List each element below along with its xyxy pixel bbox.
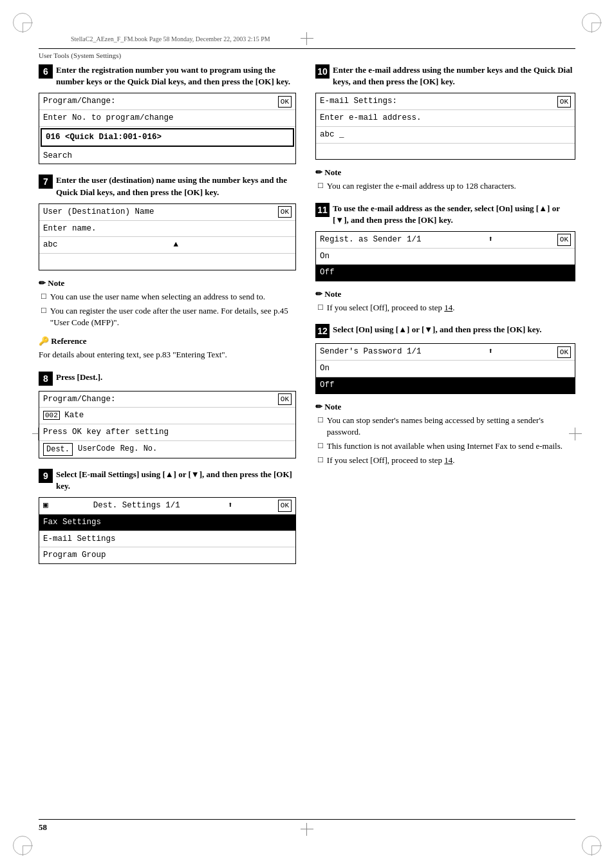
step8-lcd: Program/Change: OK 002 Kate Press OK key… xyxy=(39,391,296,458)
step11-note-title: ✏ Note xyxy=(315,289,575,299)
step11-lcd-row2: On xyxy=(316,249,575,265)
cross-top xyxy=(301,32,313,45)
step9-lcd-row4: Program Group xyxy=(39,547,295,563)
note-bullet: □ xyxy=(318,455,323,465)
header-title: User Tools (System Settings) xyxy=(39,52,121,59)
step8-text: Press [Dest.]. xyxy=(56,372,102,383)
step10-badge: 10 xyxy=(315,64,330,79)
pencil-icon: ✏ xyxy=(315,402,322,411)
step10-text: Enter the e-mail address using the numbe… xyxy=(333,64,575,88)
filename-text: StellaC2_AEzen_F_FM.book Page 58 Monday,… xyxy=(71,35,270,42)
step8-heading: 8 Press [Dest.]. xyxy=(39,372,296,386)
step8-lcd-row1: Program/Change: OK xyxy=(39,392,295,408)
two-column-layout: 6 Enter the registration number you want… xyxy=(39,64,575,574)
corner-mark-bl xyxy=(13,836,32,855)
step9-lcd: ▣ Dest. Settings 1/1 ⬆ OK Fax Settings E… xyxy=(39,497,296,564)
step7-note-title: ✏ Note xyxy=(39,278,296,288)
step7-heading: 7 Enter the user (destination) name usin… xyxy=(39,175,296,198)
step7-reference-text: For details about entering text, see p.8… xyxy=(39,349,296,361)
step7-block: 7 Enter the user (destination) name usin… xyxy=(39,175,296,361)
step10-heading: 10 Enter the e-mail address using the nu… xyxy=(315,64,575,88)
step12-badge: 12 xyxy=(315,324,330,338)
page-number: 58 xyxy=(39,822,47,833)
page-content: 6 Enter the registration number you want… xyxy=(39,64,575,813)
step6-lcd: Program/Change: OK Enter No. to program/… xyxy=(39,93,296,164)
pencil-icon: ✏ xyxy=(315,167,322,177)
step6-block: 6 Enter the registration number you want… xyxy=(39,64,296,164)
step7-lcd-row2: Enter name. xyxy=(39,221,295,238)
step12-note-item2: □ This function is not available when us… xyxy=(315,440,575,452)
step7-note-item2: □ You can register the user code after t… xyxy=(39,305,296,328)
step7-lcd-row1: User (Destination) Name OK xyxy=(39,204,295,221)
step9-lcd-row2: Fax Settings xyxy=(39,514,295,531)
step7-note: ✏ Note □ You can use the user name when … xyxy=(39,278,296,329)
step10-lcd: E-mail Settings: OK Enter e-mail address… xyxy=(315,93,575,160)
step12-text: Select [On] using [▲] or [▼], and then p… xyxy=(333,324,542,335)
step11-note: ✏ Note □ If you select [Off], proceed to… xyxy=(315,289,575,314)
step9-badge: 9 xyxy=(39,469,53,483)
step10-block: 10 Enter the e-mail address using the nu… xyxy=(315,64,575,193)
step10-lcd-row1: E-mail Settings: OK xyxy=(316,93,575,110)
header-divider xyxy=(39,48,575,49)
cross-bottom xyxy=(301,823,313,836)
step7-badge: 7 xyxy=(39,175,53,189)
step10-lcd-row4 xyxy=(316,144,575,160)
step11-lcd-row1: Regist. as Sender 1/1 ⬆ OK xyxy=(316,232,575,249)
step9-lcd-row1: ▣ Dest. Settings 1/1 ⬆ OK xyxy=(39,498,295,514)
step12-block: 12 Select [On] using [▲] or [▼], and the… xyxy=(315,324,575,466)
step7-lcd-row4 xyxy=(39,254,295,270)
step12-lcd: Sender's Password 1/1 ⬆ OK On Off xyxy=(315,343,575,393)
step12-note-item3: □ If you select [Off], proceed to step 1… xyxy=(315,455,575,466)
step6-badge: 6 xyxy=(39,64,53,79)
corner-mark-tl xyxy=(13,13,32,32)
step8-lcd-row4: Dest. UserCode Reg. No. xyxy=(39,441,295,458)
step11-badge: 11 xyxy=(315,203,330,217)
step8-badge: 8 xyxy=(39,372,53,386)
note-bullet: □ xyxy=(318,180,323,191)
step7-text: Enter the user (destination) name using … xyxy=(56,175,296,198)
step7-lcd: User (Destination) Name OK Enter name. a… xyxy=(39,203,296,270)
step10-lcd-row2: Enter e-mail address. xyxy=(316,110,575,127)
step11-text: To use the e-mail address as the sender,… xyxy=(333,203,575,226)
step6-heading: 6 Enter the registration number you want… xyxy=(39,64,296,88)
step10-note-title: ✏ Note xyxy=(315,167,575,178)
step6-lcd-row3: 016 <Quick Dial:001-016> xyxy=(41,128,294,147)
key-icon: 🔑 xyxy=(39,336,49,346)
step9-lcd-row3: E-mail Settings xyxy=(39,531,295,548)
step10-note-item1: □ You can register the e-mail address up… xyxy=(315,180,575,192)
step7-reference: 🔑 Reference For details about entering t… xyxy=(39,336,296,361)
step8-lcd-row3: Press OK key after setting xyxy=(39,424,295,441)
step12-lcd-row2: On xyxy=(316,361,575,377)
step10-note: ✏ Note □ You can register the e-mail add… xyxy=(315,167,575,192)
step11-note-item1: □ If you select [Off], proceed to step 1… xyxy=(315,302,575,314)
step12-lcd-row1: Sender's Password 1/1 ⬆ OK xyxy=(316,344,575,361)
note-bullet: □ xyxy=(318,302,323,312)
step6-text: Enter the registration number you want t… xyxy=(56,64,296,88)
pencil-icon: ✏ xyxy=(315,289,322,299)
corner-mark-tr xyxy=(582,13,601,32)
step6-lcd-row4: Search xyxy=(39,148,295,164)
step12-heading: 12 Select [On] using [▲] or [▼], and the… xyxy=(315,324,575,338)
step12-lcd-row3: Off xyxy=(316,377,575,393)
step9-heading: 9 Select [E-mail Settings] using [▲] or … xyxy=(39,469,296,492)
step7-note-item1: □ You can use the user name when selecti… xyxy=(39,291,296,303)
step12-note-title: ✏ Note xyxy=(315,402,575,412)
note-bullet: □ xyxy=(41,291,46,301)
right-column: 10 Enter the e-mail address using the nu… xyxy=(315,64,575,574)
pencil-icon: ✏ xyxy=(39,278,46,288)
step6-lcd-row1: Program/Change: OK xyxy=(39,93,295,110)
step12-note-item1: □ You can stop sender's names being acce… xyxy=(315,415,575,438)
step11-lcd-row3: Off xyxy=(316,265,575,281)
step11-block: 11 To use the e-mail address as the send… xyxy=(315,203,575,314)
footer-divider xyxy=(39,819,575,820)
step12-note: ✏ Note □ You can stop sender's names bei… xyxy=(315,402,575,467)
note-bullet: □ xyxy=(318,415,323,425)
step8-lcd-row2: 002 Kate xyxy=(39,408,295,424)
step9-text: Select [E-mail Settings] using [▲] or [▼… xyxy=(56,469,296,492)
step10-lcd-row3: abc _ xyxy=(316,127,575,144)
step7-lcd-row3: abc ▲ xyxy=(39,237,295,254)
left-column: 6 Enter the registration number you want… xyxy=(39,64,296,574)
step8-block: 8 Press [Dest.]. Program/Change: OK 002 … xyxy=(39,372,296,458)
corner-mark-br xyxy=(582,836,601,855)
step9-block: 9 Select [E-mail Settings] using [▲] or … xyxy=(39,469,296,564)
